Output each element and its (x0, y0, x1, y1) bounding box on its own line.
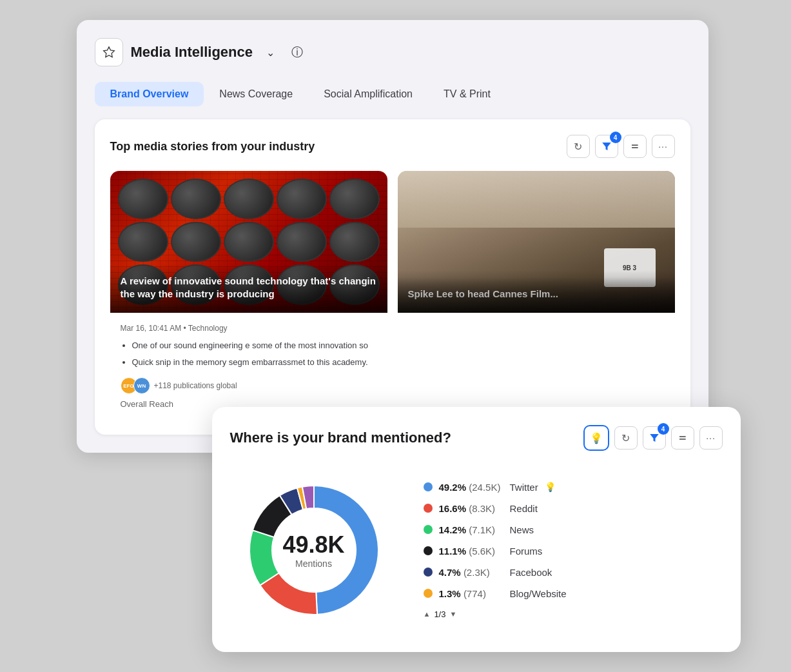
knob (118, 222, 168, 262)
popup-filter-button[interactable]: 4 (643, 426, 666, 450)
lightbulb-button[interactable]: 💡 (583, 425, 609, 451)
story-overlay-2: Spike Lee to head Cannes Film... (398, 277, 675, 313)
more-button[interactable] (652, 135, 675, 158)
legend-pct-twitter: 49.2% (24.5K) (439, 482, 503, 493)
filter-badge: 4 (610, 132, 621, 143)
knob (277, 179, 327, 219)
legend-dot-news (424, 525, 433, 534)
pub-avatar-2: WN (133, 377, 150, 394)
lightbulb-icon: 💡 (590, 432, 603, 444)
story-footer: EFG WN +118 publications global (121, 377, 377, 394)
chart-legend: 49.2% (24.5K) Twitter 💡 16.6% (8.3K) Red… (424, 482, 723, 619)
more-icon (706, 433, 716, 443)
more-icon (658, 141, 668, 152)
legend-pct-blog: 1.3% (774) (439, 588, 503, 599)
refresh-button[interactable] (567, 135, 590, 158)
knob (171, 179, 221, 219)
stories-grid: A review of innovative sound technology … (110, 171, 675, 419)
popup-content: 49.8K Mentions 49.2% (24.5K) Twitter 💡 (230, 466, 723, 634)
chevron-button[interactable] (260, 43, 280, 62)
knob (171, 222, 221, 262)
legend-pct-forums: 11.1% (5.6K) (439, 546, 503, 557)
star-button[interactable] (95, 38, 123, 66)
tab-news-coverage[interactable]: News Coverage (204, 82, 308, 106)
legend-dot-twitter (424, 482, 433, 491)
widget-actions: 4 (567, 135, 675, 158)
legend-item-blog: 1.3% (774) Blog/Website (424, 588, 723, 599)
knob (224, 222, 274, 262)
popup-header: Where is your brand mentioned? 💡 4 (230, 425, 723, 451)
legend-item-reddit: 16.6% (8.3K) Reddit (424, 503, 723, 514)
page-next[interactable]: ▼ (449, 610, 456, 618)
donut-label: Mentions (282, 558, 344, 569)
story-card-2[interactable]: 9B 3 Spike Lee to head Cannes Film... (398, 171, 675, 419)
popup-filter-badge: 4 (658, 423, 669, 435)
story-image-mixer: A review of innovative sound technology … (110, 171, 387, 313)
popup-more-button[interactable] (699, 426, 723, 450)
pub-count: +118 publications global (154, 381, 237, 390)
app-title: Media Intelligence (131, 44, 253, 61)
bullet-2: Quick snip in the memory segm embarrassm… (132, 356, 377, 369)
tab-social-amplification[interactable]: Social Amplification (308, 82, 428, 106)
donut-total: 49.8K (282, 531, 344, 558)
story-card-1[interactable]: A review of innovative sound technology … (110, 171, 387, 419)
story-meta-1: Mar 16, 10:41 AM • Technology (121, 324, 377, 333)
tab-tv-print[interactable]: TV & Print (428, 82, 506, 106)
app-header: Media Intelligence (95, 38, 690, 66)
knob (329, 179, 380, 219)
legend-name-forums: Forums (510, 546, 543, 557)
tab-brand-overview[interactable]: Brand Overview (95, 82, 204, 106)
story-bullets: One of our sound engineering e some of t… (121, 339, 377, 368)
page-prev[interactable]: ▲ (424, 610, 431, 618)
story-body-1: Mar 16, 10:41 AM • Technology One of our… (110, 313, 387, 419)
page-info: 1/3 (434, 609, 445, 619)
filter-icon (649, 432, 660, 444)
widget-title: Top media stories from your industry (110, 140, 315, 153)
popup-actions: 💡 4 (583, 425, 723, 451)
story-headline-2: Spike Lee to head Cannes Film... (408, 288, 665, 301)
donut-center: 49.8K Mentions (282, 531, 344, 569)
donut-chart: 49.8K Mentions (230, 466, 398, 634)
clapper-prop: 9B 3 (604, 248, 656, 287)
tab-bar: Brand Overview News Coverage Social Ampl… (95, 82, 690, 106)
legend-pagination: ▲ 1/3 ▼ (424, 609, 723, 619)
star-icon (103, 46, 115, 59)
legend-pct-facebook: 4.7% (2.3K) (439, 567, 503, 578)
knob (118, 179, 168, 219)
popup-chart-button[interactable] (671, 426, 694, 450)
legend-name-blog: Blog/Website (510, 588, 567, 599)
legend-dot-reddit (424, 504, 433, 513)
legend-dot-facebook (424, 568, 433, 577)
legend-item-news: 14.2% (7.1K) News (424, 524, 723, 535)
info-button[interactable] (288, 43, 307, 62)
story-overlay: A review of innovative sound technology … (110, 264, 387, 313)
refresh-icon (574, 141, 582, 153)
pub-avatars: EFG WN (121, 377, 150, 394)
legend-name-twitter: Twitter (510, 482, 538, 493)
bullet-1: One of our sound engineering e some of t… (132, 339, 377, 352)
knob (277, 222, 327, 262)
legend-name-reddit: Reddit (510, 503, 538, 514)
knob (224, 179, 274, 219)
screen-wrapper: Media Intelligence Brand Overview News C… (77, 20, 715, 652)
story-image-film: 9B 3 Spike Lee to head Cannes Film... (398, 171, 675, 313)
lightbulb-icon-twitter: 💡 (545, 482, 556, 492)
popup-refresh-button[interactable] (614, 426, 638, 450)
chart-icon (630, 141, 640, 152)
stories-widget: Top media stories from your industry 4 (95, 119, 690, 435)
legend-dot-blog (424, 589, 433, 598)
brand-mention-popup: Where is your brand mentioned? 💡 4 (212, 407, 741, 652)
popup-title: Where is your brand mentioned? (230, 430, 451, 446)
widget-header: Top media stories from your industry 4 (110, 135, 675, 158)
chart-icon (678, 433, 687, 443)
main-card: Media Intelligence Brand Overview News C… (77, 20, 708, 453)
story-headline-1: A review of innovative sound technology … (121, 275, 377, 300)
filter-button[interactable]: 4 (595, 135, 618, 158)
chart-button[interactable] (623, 135, 647, 158)
info-icon (291, 44, 303, 60)
chevron-down-icon (266, 46, 275, 59)
legend-dot-forums (424, 546, 433, 555)
legend-item-facebook: 4.7% (2.3K) Facebook (424, 567, 723, 578)
knob (329, 222, 380, 262)
legend-name-news: News (510, 524, 534, 535)
